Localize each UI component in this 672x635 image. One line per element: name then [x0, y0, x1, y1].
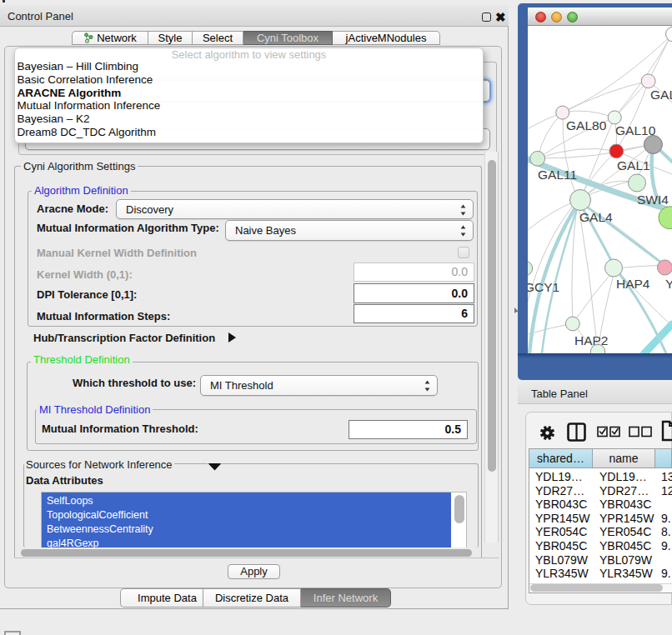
- svg-text:YJ: YJ: [665, 277, 672, 291]
- svg-text:GAL2: GAL2: [650, 88, 672, 102]
- svg-text:GAL80: GAL80: [566, 118, 607, 132]
- svg-text:GCY1: GCY1: [528, 280, 559, 294]
- svg-text:GAL4: GAL4: [579, 210, 613, 224]
- svg-text:HAP2: HAP2: [574, 333, 609, 348]
- svg-text:GAL1: GAL1: [617, 158, 650, 172]
- svg-text:HAP4: HAP4: [616, 277, 650, 291]
- svg-text:GAL10: GAL10: [615, 123, 656, 138]
- svg-text:GAL11: GAL11: [538, 168, 577, 182]
- svg-text:SWI4: SWI4: [637, 192, 669, 207]
